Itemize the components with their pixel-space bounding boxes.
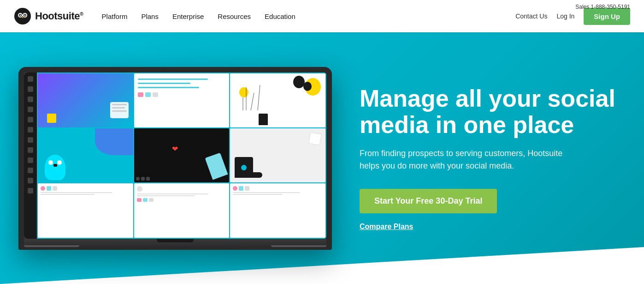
svg-point-5 bbox=[20, 15, 21, 16]
logo-text: Hootsuite® bbox=[35, 10, 83, 22]
svg-point-0 bbox=[14, 8, 31, 24]
character-body bbox=[259, 114, 268, 125]
owl-beak bbox=[53, 164, 57, 167]
purple-bg bbox=[95, 128, 133, 156]
boot-star bbox=[241, 165, 247, 170]
laptop-notch bbox=[157, 239, 194, 242]
nav-item-education[interactable]: Education bbox=[265, 12, 295, 20]
screen-content: ❤ bbox=[24, 73, 326, 239]
header: Hootsuite® Platform Plans Enterprise Res… bbox=[0, 0, 644, 32]
laptop-foot-left bbox=[24, 245, 79, 247]
sidebar-icon-11 bbox=[28, 178, 33, 183]
logo[interactable]: Hootsuite® bbox=[14, 7, 83, 25]
hero-subheadline: From finding prospects to serving custom… bbox=[360, 147, 572, 172]
header-right: Sales 1-888-350-5191 Contact Us Log In S… bbox=[515, 8, 630, 25]
svg-line-12 bbox=[258, 85, 260, 110]
balloon-black-2 bbox=[303, 82, 312, 91]
sidebar-icon-2 bbox=[28, 86, 33, 92]
nav-item-platform[interactable]: Platform bbox=[102, 12, 128, 20]
text-bubble bbox=[110, 102, 129, 118]
hero-section: ❤ bbox=[0, 32, 644, 284]
header-left: Hootsuite® Platform Plans Enterprise Res… bbox=[14, 7, 295, 25]
wavy-line-1 bbox=[138, 79, 208, 80]
cta-button[interactable]: Start Your Free 30-Day Trial bbox=[360, 189, 497, 213]
grid-card-8 bbox=[134, 183, 230, 237]
log-in-link[interactable]: Log In bbox=[556, 12, 574, 20]
yellow-tag bbox=[47, 114, 56, 123]
nav-item-enterprise[interactable]: Enterprise bbox=[172, 12, 204, 20]
sales-number: Sales 1-888-350-5191 bbox=[575, 4, 630, 10]
grid-card-6 bbox=[230, 128, 325, 182]
card-shape bbox=[308, 132, 322, 145]
wavy-line-2 bbox=[138, 83, 190, 84]
laptop-foot-right bbox=[271, 245, 326, 247]
contact-us-link[interactable]: Contact Us bbox=[515, 12, 547, 20]
sidebar-icon-12 bbox=[28, 188, 33, 193]
sidebar-icon-8 bbox=[28, 147, 33, 153]
hero-headline: Manage all your social media in one plac… bbox=[360, 85, 616, 138]
sidebar-icon-3 bbox=[28, 97, 33, 102]
sidebar-icon-10 bbox=[28, 168, 33, 173]
laptop-outer: ❤ bbox=[18, 67, 332, 250]
sidebar-icon-4 bbox=[28, 107, 33, 112]
owl-body bbox=[45, 155, 65, 180]
sidebar-icon-1 bbox=[28, 76, 33, 82]
compare-plans-link[interactable]: Compare Plans bbox=[360, 223, 616, 231]
grid-card-5: ❤ bbox=[134, 128, 230, 182]
grid-card-7 bbox=[38, 183, 133, 237]
boot-toe bbox=[249, 172, 262, 178]
wavy-line-3 bbox=[138, 87, 199, 88]
card5-icons bbox=[136, 177, 150, 181]
grid-card-3 bbox=[230, 73, 325, 127]
grid-card-9 bbox=[230, 183, 325, 237]
hootsuite-owl-icon bbox=[14, 7, 31, 25]
laptop-screen: ❤ bbox=[24, 73, 326, 239]
svg-line-10 bbox=[251, 93, 254, 110]
search-circle bbox=[137, 186, 142, 192]
nav-item-plans[interactable]: Plans bbox=[141, 12, 159, 20]
hero-laptop-illustration: ❤ bbox=[18, 67, 332, 250]
main-nav: Platform Plans Enterprise Resources Educ… bbox=[102, 12, 295, 20]
screen-sidebar bbox=[24, 73, 37, 239]
heart-reaction: ❤ bbox=[172, 145, 178, 153]
balloon-yellow-2 bbox=[239, 87, 248, 97]
sidebar-icon-6 bbox=[28, 127, 33, 133]
hand-shape bbox=[205, 153, 228, 180]
owl-eye-right bbox=[57, 160, 62, 165]
grid-card-2 bbox=[134, 73, 230, 127]
svg-point-6 bbox=[24, 15, 26, 16]
grid-card-4 bbox=[38, 128, 133, 182]
nav-item-resources[interactable]: Resources bbox=[218, 12, 251, 20]
sidebar-icon-7 bbox=[28, 137, 33, 143]
owl-eye-left bbox=[48, 160, 53, 165]
screen-grid: ❤ bbox=[37, 73, 326, 239]
laptop-base bbox=[24, 239, 326, 247]
grid-card-1 bbox=[38, 73, 133, 127]
sidebar-icon-5 bbox=[28, 117, 33, 122]
sidebar-icon-9 bbox=[28, 157, 33, 163]
hero-text: Manage all your social media in one plac… bbox=[332, 85, 644, 231]
sign-up-button[interactable]: Sign Up bbox=[584, 8, 630, 25]
